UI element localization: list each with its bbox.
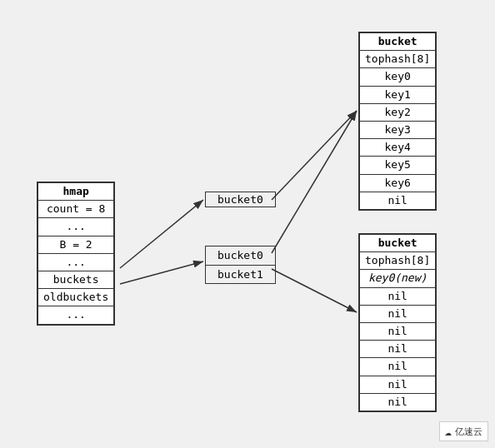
bb-row-8: nil: [360, 393, 436, 411]
bucket-right-bottom: bucket tophash[8] key0(new) nil nil nil …: [358, 233, 437, 412]
bucket0-single-label: bucket0: [205, 192, 276, 207]
bb-row-4: nil: [360, 322, 436, 340]
hmap-row-0: count = 8: [38, 201, 114, 218]
bt-row-1: key0: [360, 68, 436, 86]
hmap-row-2: B = 2: [38, 236, 114, 253]
watermark-icon: ☁: [445, 425, 452, 438]
bt-row-7: key6: [360, 174, 436, 192]
bucket-bottom-title: bucket: [360, 235, 436, 252]
bb-row-5: nil: [360, 341, 436, 358]
oldbuckets-row-1: bucket1: [206, 265, 276, 284]
hmap-row-6: ...: [38, 306, 114, 324]
bb-row-0: tophash[8]: [360, 252, 436, 270]
oldbuckets-labels: bucket0 bucket1: [205, 246, 276, 284]
bt-row-8: nil: [360, 192, 436, 209]
watermark: ☁ 亿速云: [439, 421, 488, 441]
bb-row-6: nil: [360, 358, 436, 376]
bt-row-2: key1: [360, 86, 436, 103]
hmap-row-1: ...: [38, 218, 114, 236]
bb-row-1: key0(new): [360, 270, 436, 287]
hmap-row-4: buckets: [38, 271, 114, 288]
watermark-text: 亿速云: [455, 426, 482, 438]
bb-row-3: nil: [360, 305, 436, 322]
bt-row-0: tophash[8]: [360, 51, 436, 68]
arrow-old-bucket1-to-right-bottom: [272, 269, 357, 312]
bucket-top-title: bucket: [360, 33, 436, 51]
bb-row-2: nil: [360, 287, 436, 305]
diagram-container: hmap count = 8 ... B = 2 ... buckets old…: [0, 0, 495, 448]
bucket0-label-text: bucket0: [206, 192, 276, 207]
arrow-bucket0-to-right-top: [272, 111, 357, 200]
arrow-buckets-to-bucket0: [120, 200, 203, 268]
arrow-old-bucket0-to-right-top: [272, 111, 357, 253]
oldbuckets-row-0: bucket0: [206, 246, 276, 266]
bucket-right-top: bucket tophash[8] key0 key1 key2 key3 ke…: [358, 32, 437, 211]
hmap-row-3: ...: [38, 253, 114, 271]
bt-row-3: key2: [360, 103, 436, 121]
bb-row-7: nil: [360, 376, 436, 393]
arrow-oldbuckets-to-labels: [120, 261, 203, 284]
bt-row-5: key4: [360, 139, 436, 157]
hmap-title: hmap: [38, 183, 114, 201]
hmap-row-5: oldbuckets: [38, 289, 114, 306]
hmap-box: hmap count = 8 ... B = 2 ... buckets old…: [37, 182, 115, 326]
bt-row-4: key3: [360, 121, 436, 138]
bt-row-6: key5: [360, 157, 436, 174]
